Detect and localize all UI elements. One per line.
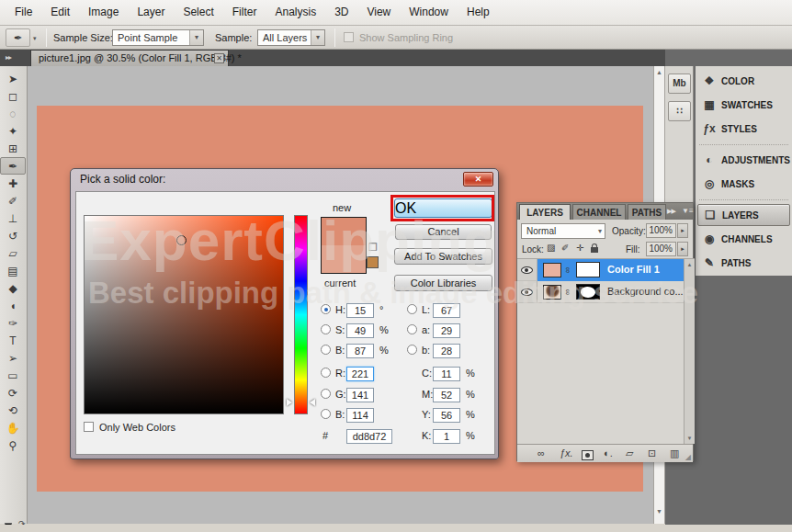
type-tool-icon[interactable]: T xyxy=(0,332,26,349)
lasso-tool-icon[interactable]: ◌ xyxy=(0,105,26,122)
3d-orbit-tool-icon[interactable]: ⟲ xyxy=(0,402,26,419)
resize-grip[interactable]: ◢ xyxy=(685,453,691,461)
h-field[interactable]: 15 xyxy=(346,303,374,318)
marquee-tool-icon[interactable]: ◻ xyxy=(0,87,26,105)
layer-style-icon[interactable]: ƒx. xyxy=(560,447,573,458)
menu-window[interactable]: Window xyxy=(400,0,458,25)
history-brush-tool-icon[interactable]: ↺ xyxy=(0,227,26,244)
layer-row-2[interactable]: ∞Background co... xyxy=(517,281,684,303)
new-layer-icon[interactable]: ⊡ xyxy=(648,447,656,459)
menu-help[interactable]: Help xyxy=(458,0,499,25)
m-field[interactable]: 52 xyxy=(433,388,460,402)
layer-mask-thumbnail[interactable] xyxy=(576,262,600,277)
dock-button-color[interactable]: ❖COLOR xyxy=(697,70,790,92)
menu-analysis[interactable]: Analysis xyxy=(266,0,325,25)
eye-icon[interactable] xyxy=(521,289,533,296)
hand-tool-icon[interactable]: ✋ xyxy=(0,419,26,436)
lab-b-radio[interactable] xyxy=(407,345,417,355)
dock-button-swatches[interactable]: ▦SWATCHES xyxy=(697,94,790,116)
hue-slider[interactable] xyxy=(294,215,308,414)
new-group-icon[interactable]: ▱ xyxy=(626,447,633,459)
b2-radio[interactable] xyxy=(321,409,331,419)
s-field[interactable]: 49 xyxy=(346,323,374,338)
blend-mode-dropdown[interactable]: Normal ▾ xyxy=(521,223,605,239)
dock-button-layers[interactable]: ❏LAYERS xyxy=(697,204,790,226)
lock-transparency-icon[interactable]: ▨ xyxy=(547,243,555,253)
k-field[interactable]: 1 xyxy=(433,429,460,444)
3d-rotate-tool-icon[interactable]: ⟳ xyxy=(0,384,26,402)
opacity-spinner[interactable]: ▸ xyxy=(677,223,688,238)
s-radio[interactable] xyxy=(321,324,331,334)
chevron-down-icon[interactable]: ▾ xyxy=(311,30,324,45)
healing-brush-tool-icon[interactable]: ✚ xyxy=(0,175,26,192)
scroll-up-icon[interactable]: ▲ xyxy=(654,69,664,75)
lock-all-icon[interactable] xyxy=(591,247,598,253)
panel-menu-icon[interactable]: ▼≡ xyxy=(682,207,694,215)
menu-image[interactable]: Image xyxy=(79,0,128,25)
dock-button-masks[interactable]: ◎MASKS xyxy=(697,173,790,195)
sample-dropdown[interactable]: All Layers ▾ xyxy=(257,29,325,46)
blur-tool-icon[interactable]: ◆ xyxy=(0,279,26,297)
hex-field[interactable]: dd8d72 xyxy=(346,429,392,444)
new-adjustment-layer-icon[interactable]: ◐. xyxy=(604,447,613,458)
menu-file[interactable]: File xyxy=(6,0,41,25)
dock-button-paths[interactable]: ✎PATHS xyxy=(697,252,790,274)
y-field[interactable]: 56 xyxy=(433,408,460,423)
a-field[interactable]: 29 xyxy=(433,323,460,338)
pen-tool-icon[interactable]: ✑ xyxy=(0,314,26,332)
delete-layer-icon[interactable]: ▥ xyxy=(670,447,679,459)
menu-edit[interactable]: Edit xyxy=(41,0,79,25)
layer-mask-thumbnail[interactable] xyxy=(576,284,600,300)
color-field-marker[interactable] xyxy=(176,235,187,245)
hue-slider-handle[interactable] xyxy=(287,399,292,406)
l-field[interactable]: 67 xyxy=(433,303,460,318)
tab-channel[interactable]: CHANNEL xyxy=(572,204,626,220)
c-field[interactable]: 11 xyxy=(433,367,460,381)
tab-layers[interactable]: LAYERS xyxy=(519,204,571,220)
dodge-tool-icon[interactable]: ◖ xyxy=(0,297,26,314)
dock-button-channels[interactable]: ◉CHANNELS xyxy=(697,228,790,250)
opacity-value[interactable]: 100% xyxy=(646,223,676,238)
color-libraries-button[interactable]: Color Libraries xyxy=(394,275,492,291)
document-tab[interactable]: picture1.jpg @ 30.5% (Color Fill 1, RGB/… xyxy=(30,50,229,66)
eraser-tool-icon[interactable]: ▱ xyxy=(0,244,26,262)
extensions-button[interactable]: ∷ xyxy=(668,101,691,121)
dock-button-adjustments[interactable]: ◐ADJUSTMENTS xyxy=(697,149,790,171)
menu-select[interactable]: Select xyxy=(174,0,222,25)
layer-name[interactable]: Background co... xyxy=(607,286,684,297)
dock-button-styles[interactable]: ƒxSTYLES xyxy=(697,118,790,140)
clone-stamp-tool-icon[interactable]: ⊥ xyxy=(0,209,26,227)
mini-bridge-button[interactable]: Mb xyxy=(668,74,691,94)
close-icon[interactable]: ✕ xyxy=(214,53,224,63)
sample-size-dropdown[interactable]: Point Sample ▾ xyxy=(112,29,204,46)
show-sampling-ring-checkbox[interactable] xyxy=(344,32,354,42)
chevron-down-icon[interactable]: ▾ xyxy=(189,30,203,45)
r-radio[interactable] xyxy=(321,368,331,378)
color-field[interactable] xyxy=(84,215,284,414)
g-field[interactable]: 141 xyxy=(346,388,374,402)
only-web-colors-checkbox[interactable] xyxy=(84,422,94,432)
fill-spinner[interactable]: ▸ xyxy=(677,242,688,256)
web-safe-color-swatch[interactable] xyxy=(367,256,379,268)
tab-paths[interactable]: PATHS xyxy=(628,204,666,220)
layer-visibility-cell[interactable] xyxy=(517,281,537,303)
quick-selection-tool-icon[interactable]: ✦ xyxy=(0,122,26,140)
b-field[interactable]: 87 xyxy=(346,344,374,358)
g-radio[interactable] xyxy=(321,389,331,399)
layer-visibility-cell[interactable] xyxy=(517,259,537,281)
layer-row-1[interactable]: ∞Color Fill 1 xyxy=(517,259,684,281)
layer-name[interactable]: Color Fill 1 xyxy=(607,264,660,275)
path-selection-tool-icon[interactable]: ➢ xyxy=(0,349,26,367)
layer-thumbnail[interactable] xyxy=(543,263,561,277)
a-radio[interactable] xyxy=(407,324,417,334)
b-radio[interactable] xyxy=(321,345,331,355)
layer-thumbnail[interactable] xyxy=(543,285,561,300)
scroll-up-icon[interactable]: ▲ xyxy=(685,262,695,267)
l-radio[interactable] xyxy=(407,304,417,314)
eyedropper-tool-options-button[interactable]: ✒ xyxy=(6,28,30,47)
menu-layer[interactable]: Layer xyxy=(128,0,174,25)
chevron-down-icon[interactable]: ▾ xyxy=(33,35,37,42)
r-field[interactable]: 221 xyxy=(346,367,374,381)
toolbar-expand-icon[interactable]: ▸▸ xyxy=(6,53,11,62)
lab-b-field[interactable]: 28 xyxy=(433,344,460,358)
